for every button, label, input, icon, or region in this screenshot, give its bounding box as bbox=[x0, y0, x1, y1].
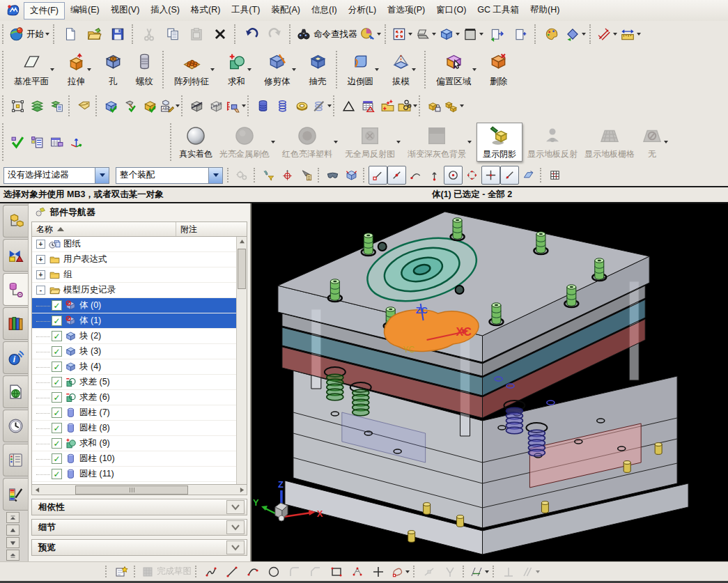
edge-blend-button[interactable]: 边倒圆 bbox=[348, 52, 380, 88]
circle-button[interactable] bbox=[263, 563, 284, 581]
chevron-down-icon[interactable] bbox=[226, 520, 245, 534]
chevron-down-icon[interactable] bbox=[485, 570, 489, 573]
selection-scope-combo[interactable]: 整个装配 bbox=[116, 167, 223, 184]
column-header-note[interactable]: 附注 bbox=[176, 222, 247, 236]
pattern-button[interactable]: 阵列特征 bbox=[174, 52, 215, 88]
tag-button[interactable] bbox=[74, 96, 93, 116]
checkbox-checked[interactable]: ✓ bbox=[52, 331, 62, 341]
reuse-library-tab[interactable] bbox=[3, 307, 28, 340]
chevron-down-icon[interactable] bbox=[460, 104, 464, 107]
chevron-down-icon[interactable] bbox=[396, 141, 401, 143]
expand-icon[interactable]: + bbox=[36, 255, 45, 264]
pick-intent-button[interactable] bbox=[297, 166, 316, 185]
chevron-down-icon[interactable] bbox=[536, 570, 540, 573]
spring-stack-button[interactable] bbox=[253, 96, 272, 116]
selection-filter-combo[interactable]: 没有选择过滤器 bbox=[3, 167, 109, 184]
tree-item[interactable]: +组 bbox=[32, 267, 237, 283]
layer-settings-button[interactable] bbox=[47, 96, 66, 116]
sketch-new-button[interactable] bbox=[111, 563, 132, 581]
sphere-real-button[interactable]: 真实着色 bbox=[177, 125, 215, 160]
visualize-button[interactable] bbox=[540, 24, 564, 45]
tree-item[interactable]: ✓圆柱 (11) bbox=[32, 467, 237, 482]
chevron-down-icon[interactable] bbox=[226, 500, 245, 514]
expand-icon[interactable]: + bbox=[36, 240, 45, 249]
tree-item[interactable]: ✓求和 (9) bbox=[32, 436, 237, 451]
start-globe-button[interactable]: 开始 bbox=[8, 24, 51, 45]
menu-13[interactable]: 帮助(H) bbox=[525, 2, 565, 20]
tree-item[interactable]: ✓圆柱 (8) bbox=[32, 421, 237, 436]
role-button[interactable] bbox=[359, 24, 382, 45]
chevron-down-icon[interactable] bbox=[405, 570, 410, 573]
checkbox-checked[interactable]: ✓ bbox=[52, 407, 62, 418]
tree-item[interactable]: ✓体 (0) bbox=[32, 298, 237, 313]
checkbox-checked[interactable]: ✓ bbox=[52, 484, 62, 485]
delete-face-button[interactable]: 删除 bbox=[489, 52, 508, 88]
frame-select-button[interactable] bbox=[8, 96, 27, 116]
menu-9[interactable]: 分析(L) bbox=[343, 2, 382, 20]
delete-button[interactable] bbox=[208, 24, 232, 45]
menu-10[interactable]: 首选项(P) bbox=[382, 2, 431, 20]
compare-button[interactable] bbox=[27, 132, 47, 152]
menu-7[interactable]: 装配(A) bbox=[265, 2, 306, 20]
scroll-bottom-icon[interactable] bbox=[6, 550, 20, 561]
snap-end-button[interactable] bbox=[369, 166, 387, 185]
snap-point-button[interactable] bbox=[500, 166, 519, 185]
column-header-name[interactable]: 名称 bbox=[32, 222, 176, 236]
menu-3[interactable]: 视图(V) bbox=[105, 2, 146, 20]
show-hide-button[interactable] bbox=[101, 96, 121, 116]
chevron-down-icon[interactable] bbox=[456, 33, 460, 36]
line-button[interactable] bbox=[222, 563, 242, 581]
roles-panel-tab[interactable] bbox=[3, 444, 28, 476]
folder-new-button[interactable] bbox=[378, 96, 397, 116]
checkbox-checked[interactable]: ✓ bbox=[52, 438, 62, 449]
checkbox-checked[interactable]: ✓ bbox=[52, 423, 62, 433]
new-file-button[interactable] bbox=[59, 24, 82, 45]
panel-细节[interactable]: 细节 bbox=[31, 519, 247, 536]
profile-button[interactable] bbox=[201, 563, 222, 581]
fit-view-button[interactable] bbox=[390, 24, 414, 45]
rect-button[interactable] bbox=[326, 563, 347, 581]
shell-button[interactable]: 抽壳 bbox=[309, 52, 327, 88]
deviation-button[interactable] bbox=[226, 96, 245, 116]
snap-cube-button[interactable] bbox=[342, 166, 361, 185]
checkbox-checked[interactable]: ✓ bbox=[52, 316, 62, 326]
menu-6[interactable]: 工具(T) bbox=[226, 2, 265, 20]
tree-item[interactable]: ✓块 (4) bbox=[32, 359, 237, 375]
constraint-navigator-tab[interactable] bbox=[3, 239, 28, 272]
tree-item[interactable]: ✓体 (1) bbox=[32, 313, 237, 329]
chevron-down-icon[interactable] bbox=[472, 68, 477, 71]
chevron-down-icon[interactable] bbox=[45, 33, 49, 36]
history-palette-tab[interactable] bbox=[3, 375, 28, 408]
target-button[interactable] bbox=[278, 166, 297, 185]
tree-item[interactable]: ✓圆柱 (7) bbox=[32, 405, 237, 421]
window-cascade-button[interactable] bbox=[485, 24, 509, 45]
color-palette-tab[interactable] bbox=[3, 478, 28, 511]
unite-button[interactable]: 求和 bbox=[227, 52, 251, 88]
grid-snap-button[interactable] bbox=[545, 166, 564, 185]
extrude-button[interactable]: 拉伸 bbox=[67, 52, 91, 88]
scroll-up-icon[interactable] bbox=[237, 237, 247, 246]
chevron-down-icon[interactable] bbox=[226, 541, 245, 554]
snapshot-button[interactable] bbox=[414, 24, 437, 45]
tree-item[interactable]: +用户表达式 bbox=[32, 252, 237, 267]
spline-button[interactable] bbox=[389, 563, 411, 581]
chevron-down-icon[interactable] bbox=[95, 168, 109, 183]
expand-icon[interactable]: + bbox=[36, 270, 45, 279]
snap-intersection-button[interactable] bbox=[481, 166, 500, 185]
viewport-canvas[interactable]: XC ZC YC Z X Y bbox=[251, 203, 728, 561]
iso-view-button[interactable] bbox=[437, 24, 461, 45]
datum-plane-button[interactable]: 基准平面 bbox=[14, 52, 54, 88]
menu-2[interactable]: 编辑(E) bbox=[65, 2, 105, 20]
checkbox-checked[interactable]: ✓ bbox=[52, 377, 62, 387]
edit-object-button[interactable] bbox=[121, 96, 140, 116]
menu-12[interactable]: GC 工具箱 bbox=[472, 2, 525, 20]
chevron-down-icon[interactable] bbox=[271, 141, 275, 143]
glasses-button[interactable] bbox=[323, 166, 342, 185]
chevron-down-icon[interactable] bbox=[208, 168, 222, 183]
tree-item[interactable]: +图纸 bbox=[32, 237, 237, 252]
tree-item[interactable]: ✓圆柱 (10) bbox=[32, 451, 237, 467]
chevron-down-icon[interactable] bbox=[637, 33, 641, 36]
chevron-down-icon[interactable] bbox=[375, 68, 379, 71]
chevron-down-icon[interactable] bbox=[664, 141, 668, 143]
folder-circles-button[interactable] bbox=[397, 96, 417, 116]
